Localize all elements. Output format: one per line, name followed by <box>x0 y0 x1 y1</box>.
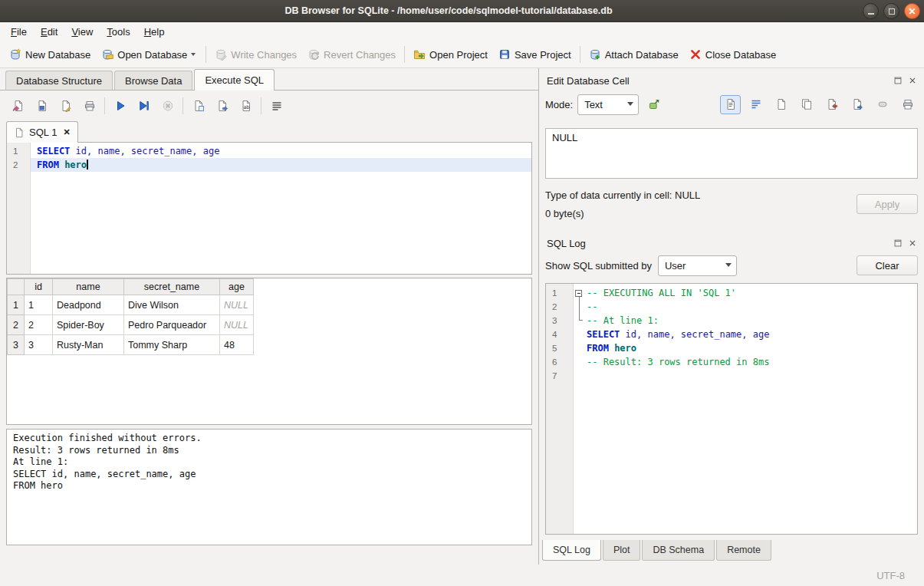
save-project-icon <box>498 48 511 61</box>
titlebar[interactable]: DB Browser for SQLite - /home/user/code/… <box>0 0 924 22</box>
maximize-button[interactable] <box>883 3 899 19</box>
tab-database-structure[interactable]: Database Structure <box>5 71 113 90</box>
apply-button[interactable]: Apply <box>857 194 918 214</box>
grid-cell[interactable]: Deadpond <box>53 295 124 315</box>
print-cell-icon[interactable] <box>897 95 918 114</box>
grid-cell[interactable]: Pedro Parqueador <box>124 315 220 335</box>
main-toolbar: New DatabaseOpen DatabaseWrite ChangesRe… <box>0 41 924 68</box>
open-sql-file-icon[interactable] <box>8 96 28 116</box>
attach-database-button[interactable]: Attach Database <box>584 44 684 64</box>
fold-margin <box>574 341 584 355</box>
grid-cell[interactable]: Spider-Boy <box>53 315 124 335</box>
chevron-down-icon[interactable] <box>191 52 197 57</box>
line-number: 3 <box>546 314 573 328</box>
grid-cell[interactable]: 3 <box>25 335 53 355</box>
editor-line: 1SELECT id, name, secret_name, age <box>7 144 531 158</box>
close-sql-tab-icon[interactable]: ✕ <box>63 127 70 137</box>
save-project-button[interactable]: Save Project <box>493 44 577 64</box>
column-header-secret-name[interactable]: secret_name <box>124 279 220 295</box>
menu-tools[interactable]: Tools <box>100 24 136 40</box>
minimize-button[interactable] <box>863 3 879 19</box>
fold-margin[interactable] <box>574 286 584 300</box>
revert-changes-icon <box>307 48 320 61</box>
save-sql-as-icon[interactable] <box>55 96 76 116</box>
tab-execute-sql[interactable]: Execute SQL <box>194 69 275 91</box>
open-project-button[interactable]: Open Project <box>408 44 493 64</box>
row-number[interactable]: 3 <box>8 335 25 355</box>
new-document-icon[interactable] <box>771 95 791 114</box>
dock-tab-sql-log[interactable]: SQL Log <box>542 540 601 561</box>
fold-margin <box>574 314 584 328</box>
float-icon[interactable] <box>893 238 903 249</box>
row-number[interactable]: 2 <box>8 315 25 335</box>
clear-button[interactable]: Clear <box>857 255 918 275</box>
toolbar-separator <box>104 97 105 114</box>
log-line: 3-- At line 1: <box>546 314 917 328</box>
set-null-icon[interactable] <box>872 95 893 114</box>
submitter-combobox[interactable]: User <box>658 255 737 276</box>
copy-cell-icon[interactable] <box>796 95 817 114</box>
grid-cell[interactable]: NULL <box>220 295 254 315</box>
export-cell-icon[interactable] <box>847 95 867 114</box>
grid-cell[interactable]: Dive Wilson <box>124 295 220 315</box>
text-mode-icon[interactable] <box>720 95 741 114</box>
grid-cell[interactable]: 2 <box>25 315 53 335</box>
sql-log-view[interactable]: 1-- EXECUTING ALL IN 'SQL 1'2--3-- At li… <box>545 283 918 535</box>
format-lines-icon[interactable] <box>266 96 287 116</box>
sql-tab-label: SQL 1 <box>29 127 57 138</box>
find-replace-icon[interactable]: ab <box>235 96 256 116</box>
word-wrap-icon[interactable] <box>745 95 766 114</box>
open-database-icon <box>101 48 113 61</box>
sql-tab[interactable]: SQL 1 ✕ <box>6 121 78 143</box>
new-tab-icon[interactable] <box>188 96 209 116</box>
menu-edit[interactable]: Edit <box>34 24 64 40</box>
menu-view[interactable]: View <box>64 24 100 40</box>
close-database-button[interactable]: Close Database <box>684 44 782 64</box>
open-database-button[interactable]: Open Database <box>96 44 202 64</box>
mode-combobox[interactable]: Text <box>577 94 639 115</box>
log-line: 4SELECT id, name, secret_name, age <box>546 328 917 341</box>
cell-editor[interactable]: NULL <box>545 128 918 179</box>
grid-cell[interactable]: NULL <box>220 315 254 335</box>
grid-cell[interactable]: Tommy Sharp <box>124 335 220 355</box>
stop-icon[interactable] <box>157 96 178 116</box>
column-header-name[interactable]: name <box>53 279 124 295</box>
grid-corner <box>8 279 25 295</box>
tab-browse-data[interactable]: Browse Data <box>114 71 192 90</box>
menu-help[interactable]: Help <box>137 24 172 40</box>
execute-line-icon[interactable] <box>133 96 154 116</box>
import-sql-icon[interactable] <box>212 96 232 116</box>
close-button[interactable]: ✕ <box>904 3 920 19</box>
menu-file[interactable]: File <box>4 24 34 40</box>
save-project-label: Save Project <box>515 49 571 61</box>
editor-line: 2FROM hero <box>7 158 531 172</box>
row-number[interactable]: 1 <box>8 295 25 315</box>
dock-tab-remote[interactable]: Remote <box>716 540 771 561</box>
dock-close-icon[interactable] <box>907 75 918 86</box>
grid-cell[interactable]: 1 <box>25 295 53 315</box>
execute-all-icon[interactable] <box>110 96 130 116</box>
import-cell-icon[interactable] <box>821 95 842 114</box>
fold-collapse-icon[interactable] <box>575 290 582 297</box>
grid-cell[interactable]: 48 <box>220 335 254 355</box>
dock-close-icon[interactable] <box>907 238 918 249</box>
print-icon[interactable] <box>79 96 100 116</box>
new-database-button[interactable]: New Database <box>4 44 96 64</box>
save-sql-file-icon[interactable] <box>31 96 52 116</box>
fold-margin <box>574 369 584 383</box>
dock-tab-db-schema[interactable]: DB Schema <box>642 540 715 561</box>
column-header-age[interactable]: age <box>220 279 254 295</box>
chevron-down-icon <box>725 263 732 268</box>
cell-type-info: Type of data currently in cell: NULL <box>545 189 857 201</box>
revert-changes-button: Revert Changes <box>302 44 401 64</box>
dock-tab-plot[interactable]: Plot <box>603 540 641 561</box>
column-header-id[interactable]: id <box>25 279 53 295</box>
line-number: 1 <box>546 286 573 300</box>
sql-editor[interactable]: 1SELECT id, name, secret_name, age2FROM … <box>6 142 532 275</box>
line-number: 5 <box>546 341 573 355</box>
open-project-label: Open Project <box>429 49 488 61</box>
grid-cell[interactable]: Rusty-Man <box>53 335 124 355</box>
import-data-icon[interactable] <box>643 95 664 114</box>
encoding-indicator[interactable]: UTF-8 <box>876 570 905 581</box>
float-icon[interactable] <box>893 75 903 86</box>
